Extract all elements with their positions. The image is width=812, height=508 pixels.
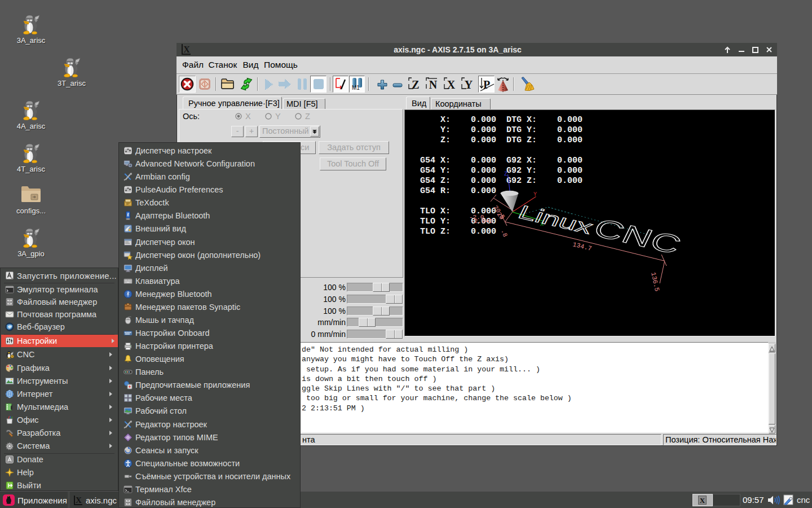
svg-text:CNC: CNC bbox=[589, 213, 686, 260]
svg-text:Z: Z bbox=[504, 171, 508, 177]
svg-text:-2.042: -2.042 bbox=[470, 218, 493, 225]
svg-text:136.5: 136.5 bbox=[650, 271, 661, 292]
svg-text:M1: M1 bbox=[352, 85, 360, 90]
svg-text:.8: .8 bbox=[500, 229, 509, 238]
svg-text:Y: Y bbox=[533, 191, 537, 198]
svg-text:Linux: Linux bbox=[515, 201, 597, 238]
